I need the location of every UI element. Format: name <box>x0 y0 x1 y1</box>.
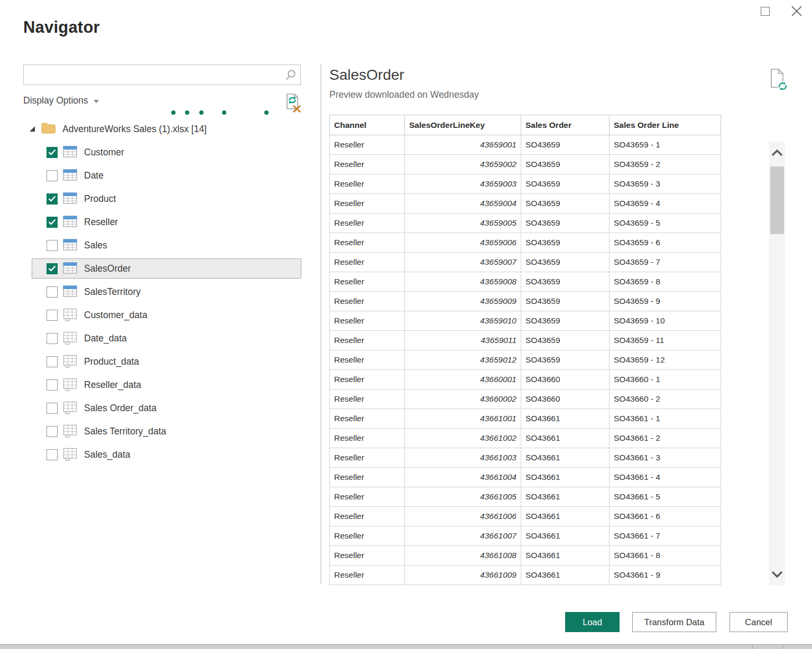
display-options-dropdown[interactable]: Display Options <box>23 93 99 108</box>
cell-sales-order-line: SO43659 - 1 <box>610 135 721 155</box>
cell-salesorderlinekey: 43659003 <box>405 174 521 194</box>
scroll-down-button[interactable] <box>769 565 785 583</box>
cell-channel: Reseller <box>330 565 405 585</box>
column-header-sales-order-line: Sales Order Line <box>610 115 721 135</box>
refresh-preview-button[interactable] <box>768 68 788 92</box>
tree-item-sales[interactable]: Sales <box>0 234 312 257</box>
item-checkbox[interactable] <box>47 170 58 181</box>
tree-item-label: Product <box>84 193 116 205</box>
cell-salesorderlinekey: 43659010 <box>405 311 521 331</box>
load-button[interactable]: Load <box>565 612 620 632</box>
expand-collapse-icon[interactable] <box>30 126 35 132</box>
item-checkbox[interactable] <box>47 217 58 228</box>
search-input[interactable] <box>24 65 281 85</box>
cell-channel: Reseller <box>330 331 405 350</box>
cell-sales-order-line: SO43661 - 7 <box>610 526 721 546</box>
cell-sales-order-line: SO43661 - 3 <box>610 448 721 468</box>
cell-sales-order-line: SO43659 - 3 <box>610 174 721 194</box>
tree-item-date-data[interactable]: Date_data <box>0 327 312 350</box>
cell-channel: Reseller <box>330 526 405 546</box>
tree-item-date[interactable]: Date <box>0 164 312 187</box>
table-row: Reseller 43659002 SO43659 SO43659 - 2 <box>330 155 721 174</box>
item-checkbox[interactable] <box>47 403 58 414</box>
tree-item-product[interactable]: Product <box>0 187 312 210</box>
navigator-dialog: Navigator Display Options <box>0 0 812 649</box>
dialog-title: Navigator <box>23 18 100 37</box>
cell-salesorderlinekey: 43661004 <box>405 468 521 487</box>
cell-sales-order: SO43659 <box>521 331 610 350</box>
tree-item-sales-territory-data[interactable]: Sales Territory_data <box>0 420 312 443</box>
cell-salesorderlinekey: 43659005 <box>405 214 521 233</box>
tree-item-label: SalesTerritory <box>84 286 141 298</box>
tree-item-label: Sales <box>84 240 107 251</box>
maximize-button[interactable] <box>758 4 772 18</box>
scrollbar-thumb[interactable] <box>770 166 784 234</box>
cell-sales-order-line: SO43659 - 2 <box>610 155 721 174</box>
cell-channel: Reseller <box>330 311 405 331</box>
tree-item-label: Sales Order_data <box>84 403 156 414</box>
tree-item-product-data[interactable]: Product_data <box>0 350 312 373</box>
preview-scrollbar[interactable] <box>769 142 785 586</box>
preview-title: SalesOrder <box>329 67 404 84</box>
item-checkbox[interactable] <box>47 310 58 321</box>
loading-dot <box>185 110 189 115</box>
transform-data-button[interactable]: Transform Data <box>632 612 716 632</box>
table-row: Reseller 43661008 SO43661 SO43661 - 8 <box>330 546 721 565</box>
column-header-sales-order: Sales Order <box>521 115 610 135</box>
tree-item-customer[interactable]: Customer <box>0 141 312 164</box>
cell-sales-order: SO43659 <box>521 311 610 331</box>
cell-channel: Reseller <box>330 507 405 526</box>
cell-salesorderlinekey: 43659007 <box>405 253 521 272</box>
cell-channel: Reseller <box>330 429 405 448</box>
tree-root-workbook[interactable]: AdventureWorks Sales (1).xlsx [14] <box>0 117 312 141</box>
tree-item-reseller-data[interactable]: Reseller_data <box>0 373 312 396</box>
loading-dots-indicator <box>0 109 285 116</box>
tree-item-label: Reseller_data <box>84 379 141 391</box>
item-checkbox[interactable] <box>47 426 58 437</box>
worksheet-icon <box>63 308 77 322</box>
table-row: Reseller 43661007 SO43661 SO43661 - 7 <box>330 526 721 546</box>
item-checkbox[interactable] <box>47 356 58 367</box>
preview-table: Channel SalesOrderLineKey Sales Order Sa… <box>329 115 721 585</box>
cell-sales-order: SO43659 <box>521 194 610 214</box>
scroll-up-button[interactable] <box>769 144 785 162</box>
tree-item-customer-data[interactable]: Customer_data <box>0 303 312 327</box>
tree-item-sales-order-data[interactable]: Sales Order_data <box>0 396 312 420</box>
preview-header-row: Channel SalesOrderLineKey Sales Order Sa… <box>330 115 721 135</box>
close-button[interactable] <box>790 4 804 18</box>
item-checkbox[interactable] <box>47 147 58 158</box>
cell-sales-order-line: SO43659 - 7 <box>610 253 721 272</box>
cell-channel: Reseller <box>330 448 405 468</box>
column-header-salesorderlinekey: SalesOrderLineKey <box>405 115 521 135</box>
folder-icon <box>41 122 56 136</box>
item-checkbox[interactable] <box>47 286 58 298</box>
tree-item-sales-data[interactable]: Sales_data <box>0 443 312 466</box>
table-row: Reseller 43659004 SO43659 SO43659 - 4 <box>330 194 721 214</box>
worksheet-icon <box>63 331 77 345</box>
tree-item-salesorder[interactable]: SalesOrder <box>0 257 312 280</box>
cell-sales-order-line: SO43659 - 5 <box>610 214 721 233</box>
search-icon[interactable] <box>281 65 300 85</box>
cell-sales-order-line: SO43661 - 1 <box>610 409 721 429</box>
tree-item-salesterritory[interactable]: SalesTerritory <box>0 280 312 303</box>
item-checkbox[interactable] <box>47 333 58 344</box>
cell-sales-order: SO43661 <box>521 448 610 468</box>
maximize-icon <box>761 7 770 16</box>
item-checkbox[interactable] <box>47 263 58 274</box>
cell-channel: Reseller <box>330 390 405 409</box>
cell-salesorderlinekey: 43661009 <box>405 565 521 585</box>
table-icon <box>63 215 77 228</box>
cell-sales-order: SO43661 <box>521 565 610 585</box>
cell-channel: Reseller <box>330 174 405 194</box>
item-checkbox[interactable] <box>47 193 58 205</box>
item-checkbox[interactable] <box>47 379 58 391</box>
tree-item-reseller[interactable]: Reseller <box>0 210 312 234</box>
cancel-button[interactable]: Cancel <box>730 612 788 632</box>
cell-sales-order: SO43659 <box>521 214 610 233</box>
cell-sales-order: SO43660 <box>521 370 610 390</box>
cell-salesorderlinekey: 43659008 <box>405 272 521 292</box>
item-checkbox[interactable] <box>47 449 58 460</box>
item-checkbox[interactable] <box>47 240 58 251</box>
cancel-refresh-button[interactable] <box>284 92 302 113</box>
cell-channel: Reseller <box>330 272 405 292</box>
